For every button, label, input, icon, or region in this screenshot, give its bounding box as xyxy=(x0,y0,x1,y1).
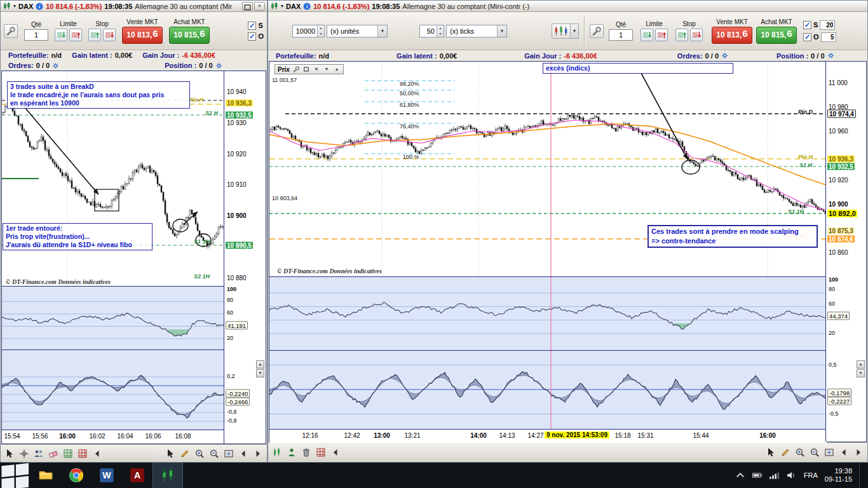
annotation-first-trade-note[interactable]: 1er trade entouré: Pris trop vite(frustr… xyxy=(3,223,153,250)
draw-tool-icon[interactable] xyxy=(179,447,191,460)
scroll-left-icon[interactable] xyxy=(329,446,342,459)
stop-buy-button[interactable] xyxy=(88,29,101,41)
chart-type-caret[interactable]: ▼ xyxy=(571,24,579,39)
order-settings-wrench-button[interactable] xyxy=(4,24,18,38)
buy-market-button[interactable]: 10 815,6 xyxy=(756,27,797,44)
start-button[interactable] xyxy=(0,463,31,488)
prix-indicator-toolbar[interactable]: Prix ✕ ▼ ▲ xyxy=(275,64,344,74)
s-checkbox[interactable]: ✓ xyxy=(803,21,811,29)
limit-buy-button[interactable] xyxy=(641,29,653,41)
info-icon[interactable]: i xyxy=(36,3,43,10)
close-button[interactable]: × xyxy=(254,2,265,11)
zoom-out-icon[interactable] xyxy=(808,446,821,459)
limit-buy-button[interactable] xyxy=(55,29,67,41)
volume-icon[interactable] xyxy=(787,471,797,479)
zoom-fit-icon[interactable] xyxy=(222,447,235,460)
acrobat-taskbar-icon[interactable]: A xyxy=(122,463,153,488)
traders-view-icon[interactable] xyxy=(32,447,45,460)
red-grid-tool-icon[interactable] xyxy=(315,446,327,459)
pan-right-icon[interactable] xyxy=(252,447,264,460)
battery-icon[interactable] xyxy=(752,471,763,479)
pan-right-icon[interactable] xyxy=(852,446,865,459)
units-spinner[interactable]: 10000 ▲▼ xyxy=(292,25,325,37)
left-titlebar[interactable]: ▾ DAX i 10 814,6 (-1,83%) 19:08:35 Allem… xyxy=(1,1,267,12)
red-grid-tool-icon[interactable] xyxy=(76,447,89,460)
position-gear-icon[interactable] xyxy=(215,62,222,69)
cursor-tool-icon[interactable] xyxy=(164,447,177,460)
delete-tool-icon[interactable] xyxy=(300,446,313,459)
symbol-dropdown-caret[interactable]: ▾ xyxy=(13,3,16,9)
crosshair-tool-icon[interactable] xyxy=(18,447,31,460)
spin-down-icon[interactable]: ▼ xyxy=(318,31,324,37)
restore-button[interactable] xyxy=(242,2,253,11)
draw-tool-icon[interactable] xyxy=(779,446,792,459)
sell-market-button[interactable]: 10 813,6 xyxy=(122,27,163,44)
stop-sell-button[interactable] xyxy=(103,29,116,41)
buy-market-button[interactable]: 10 815,6 xyxy=(169,27,210,44)
trader-view-icon[interactable] xyxy=(285,446,298,459)
prix-wrench-icon[interactable] xyxy=(292,65,300,73)
right-titlebar[interactable]: ▾ DAX i 10 814,6 (-1,83%) 19:08:35 Allem… xyxy=(268,1,867,12)
limit-sell-button[interactable] xyxy=(655,29,668,41)
zoom-fit-icon[interactable] xyxy=(823,446,836,459)
zoom-in-icon[interactable] xyxy=(794,446,806,459)
limit-sell-button[interactable] xyxy=(69,29,82,41)
pan-left-icon[interactable] xyxy=(237,447,250,460)
indicator-scrollbar[interactable]: ▲▼ xyxy=(256,360,264,377)
spin-down-icon[interactable]: ▼ xyxy=(437,31,444,37)
prix-move-down-icon[interactable]: ▼ xyxy=(323,65,330,73)
s-value-input[interactable]: 20 xyxy=(820,20,835,30)
zoom-out-icon[interactable] xyxy=(208,447,220,460)
trading-app-taskbar-icon[interactable] xyxy=(153,463,183,488)
stop-buy-button[interactable] xyxy=(675,29,688,41)
annotation-exces[interactable]: excès (indics) xyxy=(543,63,733,74)
chart-style-tool-icon[interactable] xyxy=(271,446,283,459)
prix-close-icon[interactable]: ✕ xyxy=(313,65,320,73)
qty-input[interactable] xyxy=(24,29,48,41)
annotation-scalping-note[interactable]: Ces trades sont à prendre en mode scalpi… xyxy=(648,225,818,248)
info-icon[interactable]: i xyxy=(303,3,311,10)
qty-input[interactable] xyxy=(609,29,633,41)
clock[interactable]: 19:38 09-11-15 xyxy=(825,467,852,484)
symbol-dropdown-caret[interactable]: ▾ xyxy=(281,3,283,9)
prix-move-up-icon[interactable]: ▲ xyxy=(333,65,341,73)
file-explorer-taskbar-icon[interactable] xyxy=(31,463,61,488)
sell-market-button[interactable]: 10 813,6 xyxy=(712,27,752,44)
orders-gear-icon[interactable] xyxy=(52,62,59,69)
ticks-spinner[interactable]: 50 ▲▼ xyxy=(419,25,444,37)
scroll-left-icon[interactable] xyxy=(91,447,104,460)
show-desktop-button[interactable] xyxy=(859,463,863,488)
pointer-tool-icon[interactable] xyxy=(3,447,16,460)
network-icon[interactable] xyxy=(770,471,780,479)
left-rsi-panel[interactable] xyxy=(2,286,225,349)
o-checkbox[interactable]: ✓ xyxy=(803,33,811,41)
word-taskbar-icon[interactable]: W xyxy=(92,463,122,488)
chart-type-button[interactable] xyxy=(552,24,571,39)
pan-left-icon[interactable] xyxy=(837,446,850,459)
cursor-tool-icon[interactable] xyxy=(764,446,777,459)
green-grid-tool-icon[interactable] xyxy=(62,447,74,460)
spin-up-icon[interactable]: ▲ xyxy=(318,25,324,31)
quote-time: 19:08:35 xyxy=(104,3,132,10)
s-checkbox[interactable]: ✓ xyxy=(248,22,256,30)
language-indicator[interactable]: FRA xyxy=(804,471,818,479)
o-checkbox[interactable]: ✓ xyxy=(248,32,256,41)
ticks-mode-select[interactable]: (x) ticks▼ xyxy=(446,25,507,37)
hidden-icons-chevron[interactable] xyxy=(735,471,745,479)
left-oscillator-panel[interactable] xyxy=(2,349,225,430)
position-gear-icon[interactable] xyxy=(827,52,834,59)
zoom-in-icon[interactable] xyxy=(193,447,206,460)
right-oscillator-panel[interactable] xyxy=(269,350,827,429)
order-settings-wrench-button[interactable] xyxy=(590,24,604,38)
stop-sell-button[interactable] xyxy=(690,29,703,41)
right-rsi-panel[interactable] xyxy=(269,276,827,350)
spin-up-icon[interactable]: ▲ xyxy=(437,25,444,31)
eraser-tool-icon[interactable] xyxy=(47,447,60,460)
o-value-input[interactable]: 5 xyxy=(821,32,836,42)
units-mode-select[interactable]: (x) unités▼ xyxy=(327,25,388,37)
indicator-scrollbar[interactable]: ▲▼ xyxy=(857,360,865,377)
orders-gear-icon[interactable] xyxy=(721,52,728,59)
prix-window-icon[interactable] xyxy=(302,65,310,73)
annotation-breakd-note[interactable]: 3 trades suite à un BreakD le trade enca… xyxy=(7,81,190,109)
chrome-taskbar-icon[interactable] xyxy=(61,463,92,488)
